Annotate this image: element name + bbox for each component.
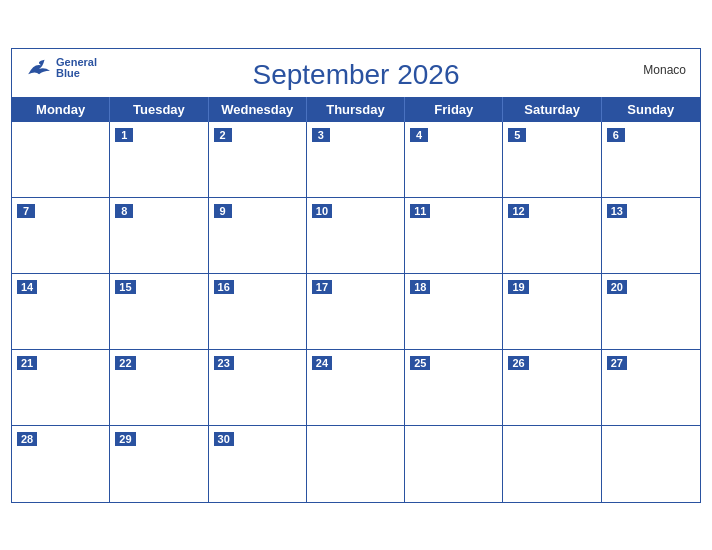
month-title: September 2026: [28, 59, 684, 91]
day-cell: 15: [110, 274, 208, 350]
day-cell: 2: [209, 122, 307, 198]
day-cell: 5: [503, 122, 601, 198]
day-number: 16: [214, 280, 234, 294]
day-cell: 14: [12, 274, 110, 350]
logo-area: General Blue: [26, 57, 97, 79]
calendar-header: General Blue September 2026 Monaco: [12, 49, 700, 97]
day-number: 26: [508, 356, 528, 370]
day-cell: 10: [307, 198, 405, 274]
day-cell: [503, 426, 601, 502]
day-cell: 3: [307, 122, 405, 198]
day-number: 9: [214, 204, 232, 218]
day-header-saturday: Saturday: [503, 97, 601, 122]
day-header-tuesday: Tuesday: [110, 97, 208, 122]
logo-blue: Blue: [56, 68, 97, 79]
day-cell: 16: [209, 274, 307, 350]
day-number: 14: [17, 280, 37, 294]
day-number: 3: [312, 128, 330, 142]
day-number: 15: [115, 280, 135, 294]
day-headers: Monday Tuesday Wednesday Thursday Friday…: [12, 97, 700, 122]
day-cell: 1: [110, 122, 208, 198]
day-number: 2: [214, 128, 232, 142]
day-number: 20: [607, 280, 627, 294]
day-cell: 30: [209, 426, 307, 502]
day-header-friday: Friday: [405, 97, 503, 122]
day-cell: 11: [405, 198, 503, 274]
day-number: 27: [607, 356, 627, 370]
day-number: 24: [312, 356, 332, 370]
day-cell: 12: [503, 198, 601, 274]
day-number: 5: [508, 128, 526, 142]
day-cell: 9: [209, 198, 307, 274]
day-number: 6: [607, 128, 625, 142]
day-cell: 8: [110, 198, 208, 274]
day-cell: 28: [12, 426, 110, 502]
day-number: 29: [115, 432, 135, 446]
day-number: 22: [115, 356, 135, 370]
day-header-thursday: Thursday: [307, 97, 405, 122]
logo-general: General: [56, 57, 97, 68]
day-cell: [602, 426, 700, 502]
day-number: 19: [508, 280, 528, 294]
day-number: 17: [312, 280, 332, 294]
calendar-grid: 1234567891011121314151617181920212223242…: [12, 122, 700, 502]
day-cell: 20: [602, 274, 700, 350]
day-cell: 21: [12, 350, 110, 426]
day-header-monday: Monday: [12, 97, 110, 122]
day-header-sunday: Sunday: [602, 97, 700, 122]
day-header-wednesday: Wednesday: [209, 97, 307, 122]
day-number: 23: [214, 356, 234, 370]
day-cell: 4: [405, 122, 503, 198]
day-number: 28: [17, 432, 37, 446]
day-cell: 13: [602, 198, 700, 274]
day-cell: 23: [209, 350, 307, 426]
day-cell: [307, 426, 405, 502]
logo-bird-icon: [26, 58, 54, 78]
country-label: Monaco: [643, 63, 686, 77]
day-number: 13: [607, 204, 627, 218]
day-number: 12: [508, 204, 528, 218]
calendar: General Blue September 2026 Monaco Monda…: [11, 48, 701, 503]
day-number: 21: [17, 356, 37, 370]
day-cell: 7: [12, 198, 110, 274]
day-number: 7: [17, 204, 35, 218]
day-cell: 6: [602, 122, 700, 198]
day-cell: 26: [503, 350, 601, 426]
day-cell: 24: [307, 350, 405, 426]
day-cell: 25: [405, 350, 503, 426]
day-cell: 27: [602, 350, 700, 426]
day-cell: [405, 426, 503, 502]
day-number: 25: [410, 356, 430, 370]
day-cell: 29: [110, 426, 208, 502]
day-cell: 17: [307, 274, 405, 350]
day-number: 30: [214, 432, 234, 446]
day-number: 11: [410, 204, 430, 218]
day-cell: [12, 122, 110, 198]
day-cell: 19: [503, 274, 601, 350]
day-number: 10: [312, 204, 332, 218]
day-cell: 22: [110, 350, 208, 426]
day-number: 4: [410, 128, 428, 142]
day-cell: 18: [405, 274, 503, 350]
day-number: 8: [115, 204, 133, 218]
day-number: 18: [410, 280, 430, 294]
day-number: 1: [115, 128, 133, 142]
